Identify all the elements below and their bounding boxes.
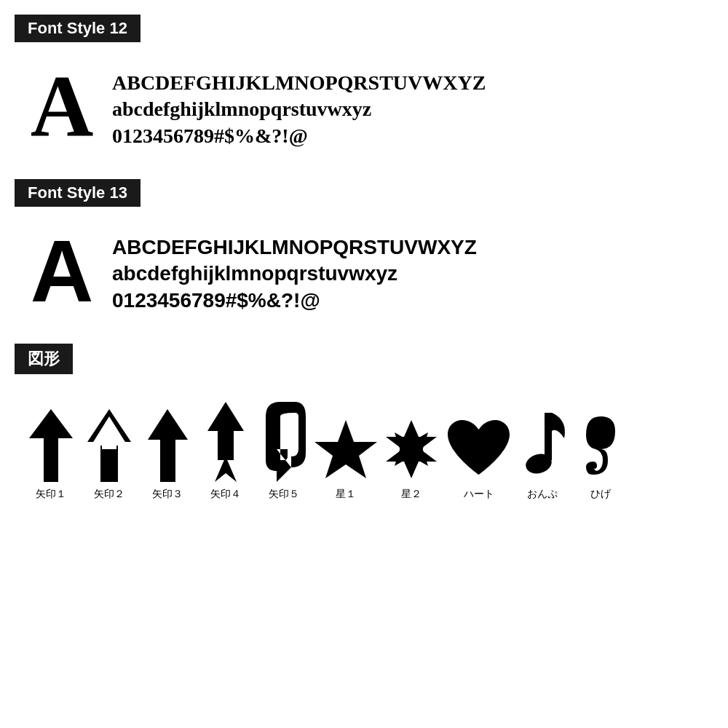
shape-star1: 星１ [313,416,379,501]
font-style-13-char-lines: ABCDEFGHIJKLMNOPQRSTUVWXYZ abcdefghijklm… [112,227,477,314]
font-style-13-label: Font Style 13 [15,179,141,207]
shape-curl: ひげ [571,409,630,501]
font-style-12-line-2: abcdefghijklmnopqrstuvwxyz [112,96,486,122]
font-style-12-label: Font Style 12 [15,15,141,42]
star1-icon [313,416,379,482]
shape-music: おんぷ [513,409,571,501]
font-style-13-line-1: ABCDEFGHIJKLMNOPQRSTUVWXYZ [112,234,477,261]
heart-icon [444,416,513,482]
curl-icon [582,409,619,482]
music-label: おんぷ [527,488,558,501]
shapes-section: 図形 矢印１ 矢印２ [15,344,713,508]
shape-arrow2: 矢印２ [80,409,138,501]
curl-label: ひげ [590,488,611,501]
svg-marker-5 [215,456,237,482]
shape-star2: 星２ [379,416,444,501]
font-style-12-big-letter: A [29,63,95,150]
shapes-section-label: 図形 [15,344,73,374]
arrow2-label: 矢印２ [94,488,124,501]
heart-label: ハート [464,488,494,501]
svg-rect-9 [545,413,552,460]
svg-marker-6 [314,420,377,478]
font-style-12-line-1: ABCDEFGHIJKLMNOPQRSTUVWXYZ [112,70,486,96]
font-style-12-section: Font Style 12 A ABCDEFGHIJKLMNOPQRSTUVWX… [15,15,713,157]
shape-arrow5: 矢印５ [255,402,313,501]
star2-icon [379,416,444,482]
arrow4-icon [207,402,244,482]
svg-marker-3 [148,409,188,482]
arrow5-label: 矢印５ [269,488,299,501]
shape-arrow4: 矢印４ [197,402,255,501]
shape-arrow3: 矢印３ [138,409,197,501]
arrow5-icon [262,402,306,482]
arrow1-label: 矢印１ [36,488,66,501]
font-style-12-demo: A ABCDEFGHIJKLMNOPQRSTUVWXYZ abcdefghijk… [15,55,713,157]
font-style-12-char-lines: ABCDEFGHIJKLMNOPQRSTUVWXYZ abcdefghijklm… [112,63,486,149]
shape-heart: ハート [444,416,513,501]
font-style-13-line-3: 0123456789#$%&?!@ [112,288,477,314]
arrow3-label: 矢印３ [152,488,183,501]
svg-marker-4 [207,402,244,460]
music-icon [517,409,568,482]
font-style-13-demo: A ABCDEFGHIJKLMNOPQRSTUVWXYZ abcdefghijk… [15,220,713,322]
svg-marker-0 [29,409,73,482]
font-style-13-big-letter: A [29,227,95,314]
shapes-row: 矢印１ 矢印２ 矢印３ [15,387,713,508]
arrow1-icon [29,409,73,482]
font-style-12-line-3: 0123456789#$%&?!@ [112,123,486,149]
font-style-13-line-2: abcdefghijklmnopqrstuvwxyz [112,261,477,287]
arrow2-icon [87,409,131,482]
font-style-13-section: Font Style 13 A ABCDEFGHIJKLMNOPQRSTUVWX… [15,179,713,322]
arrow3-icon [148,409,188,482]
star1-label: 星１ [336,488,356,501]
shape-arrow1: 矢印１ [22,409,80,501]
arrow4-label: 矢印４ [210,488,241,501]
star2-label: 星２ [401,488,422,501]
